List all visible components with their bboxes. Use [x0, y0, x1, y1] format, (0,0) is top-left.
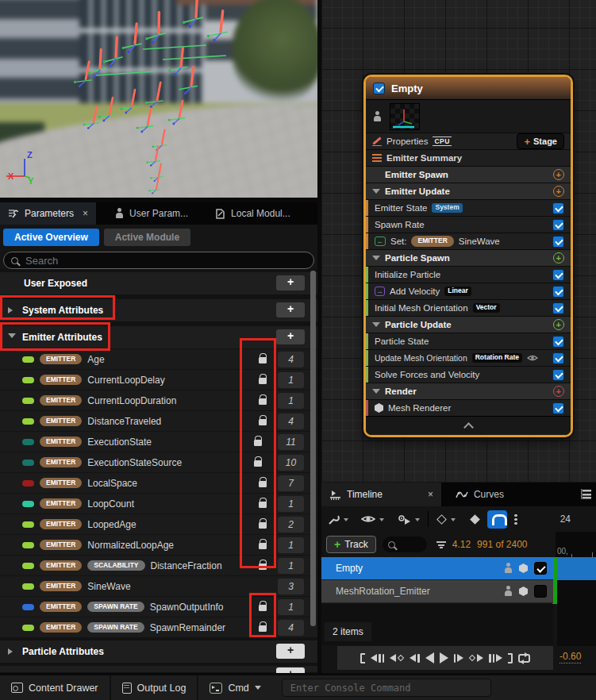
emitter-node-empty[interactable]: Empty Properties CPU Stage: [363, 75, 573, 437]
group-emitter-spawn[interactable]: Emitter Spawn: [366, 166, 571, 183]
parameter-row[interactable]: EMITTER SineWave 3: [0, 575, 317, 596]
parameter-row[interactable]: EMITTER LocalSpace 7: [0, 472, 317, 493]
content-drawer-button[interactable]: Content Drawer: [0, 675, 111, 700]
emitter-enabled-checkbox[interactable]: [373, 83, 385, 94]
timeline-ruler[interactable]: 00,: [556, 532, 596, 557]
module-emitter-state[interactable]: Emitter State System: [366, 199, 571, 216]
parameter-row[interactable]: EMITTER Age 4: [0, 348, 317, 369]
module-mesh-renderer[interactable]: Mesh Renderer: [366, 399, 571, 416]
goto-end-icon[interactable]: [508, 653, 513, 663]
parameter-row[interactable]: EMITTER SPAWN RATE SpawnRemainder 4: [0, 617, 317, 637]
collapse-stack-button[interactable]: [366, 416, 571, 435]
module-enabled-checkbox[interactable]: [552, 286, 564, 298]
step-back-icon[interactable]: [371, 654, 384, 663]
person-icon[interactable]: [504, 563, 513, 574]
module-initial-mesh-orientation[interactable]: Initial Mesh Orientation Vector: [366, 299, 571, 316]
add-parameter-button[interactable]: [276, 644, 305, 659]
chevron-right-icon[interactable]: [8, 648, 16, 655]
module-spawn-rate[interactable]: Spawn Rate: [366, 216, 571, 233]
parameter-row[interactable]: EMITTER ExecutionState 11: [0, 431, 317, 452]
console-command-input[interactable]: [289, 682, 484, 694]
wrench-icon[interactable]: [328, 513, 340, 525]
chevron-down-icon[interactable]: [379, 518, 384, 524]
group-render[interactable]: Render: [366, 383, 571, 399]
filter-icon[interactable]: [436, 540, 446, 548]
tab-curves[interactable]: Curves: [448, 483, 512, 506]
properties-row[interactable]: Properties CPU Stage: [366, 133, 571, 149]
previous-key-icon[interactable]: [390, 654, 404, 662]
frame-rate-label[interactable]: 24: [560, 513, 571, 525]
tab-user-parameters[interactable]: User Param...: [107, 202, 196, 225]
snap-magnet-button[interactable]: [487, 510, 507, 529]
parameter-row[interactable]: EMITTER ExecutionStateSource 10: [0, 452, 317, 472]
eye-icon[interactable]: [361, 514, 375, 524]
track-row-meshrotation[interactable]: MeshRotation_Emitter: [321, 580, 553, 603]
next-key-icon[interactable]: [469, 654, 483, 662]
parameter-row[interactable]: EMITTER SPAWN RATE SpawnOutputInfo 1: [0, 596, 317, 617]
module-solve-forces[interactable]: Solve Forces and Velocity: [366, 366, 571, 383]
parameter-row[interactable]: EMITTER DistanceTraveled 4: [0, 410, 317, 431]
chevron-down-icon[interactable]: [451, 518, 456, 524]
play-icon[interactable]: [440, 652, 448, 663]
add-key-icon[interactable]: [470, 514, 480, 525]
add-track-button[interactable]: Track: [326, 536, 376, 553]
play-reverse-icon[interactable]: [425, 652, 434, 663]
parameter-row[interactable]: EMITTER LoopCount 1: [0, 493, 317, 513]
emitter-thumbnail[interactable]: [390, 103, 420, 130]
section-user-exposed[interactable]: User Exposed: [0, 272, 317, 294]
person-icon[interactable]: [504, 586, 513, 597]
active-overview-button[interactable]: Active Overview: [3, 229, 99, 246]
emitter-node-header[interactable]: Empty: [366, 77, 571, 99]
chevron-down-icon[interactable]: [344, 518, 348, 524]
module-enabled-checkbox[interactable]: [552, 219, 564, 231]
loop-icon[interactable]: [518, 654, 530, 663]
module-enabled-checkbox[interactable]: [552, 202, 564, 214]
module-enabled-checkbox[interactable]: [552, 302, 564, 314]
chevron-down-icon[interactable]: [8, 333, 16, 342]
chevron-down-icon[interactable]: [415, 518, 420, 524]
add-module-icon[interactable]: [553, 169, 564, 180]
preview-viewport[interactable]: X Z Y: [0, 0, 317, 202]
sequencer-icon[interactable]: [581, 489, 591, 499]
add-stage-button[interactable]: Stage: [517, 133, 564, 149]
module-enabled-checkbox[interactable]: [552, 402, 564, 414]
module-initialize-particle[interactable]: Initialize Particle: [366, 266, 571, 283]
module-particle-state[interactable]: Particle State: [366, 333, 571, 349]
visibility-eye-icon[interactable]: [527, 354, 538, 362]
module-update-mesh-orientation[interactable]: Update Mesh Orientation Rotation Rate: [366, 349, 571, 366]
playback-options-icon[interactable]: [397, 513, 411, 525]
close-icon[interactable]: [83, 208, 88, 219]
console-command-box[interactable]: [282, 679, 491, 697]
tab-parameters[interactable]: Parameters: [0, 202, 96, 225]
track-row-empty[interactable]: Empty: [321, 557, 553, 580]
cmd-selector[interactable]: Cmd: [198, 675, 271, 700]
section-system-attributes[interactable]: System Attributes: [0, 299, 317, 321]
search-input[interactable]: [24, 254, 306, 267]
goto-front-icon[interactable]: [360, 653, 365, 663]
section-particle-attributes[interactable]: Particle Attributes: [0, 640, 317, 663]
module-enabled-checkbox[interactable]: [552, 236, 564, 248]
chevron-down-icon[interactable]: [372, 389, 380, 398]
parameter-row[interactable]: EMITTER NormalizedLoopAge 1: [0, 534, 317, 555]
output-log-button[interactable]: Output Log: [111, 675, 199, 700]
add-parameter-button[interactable]: [276, 329, 305, 344]
add-renderer-icon[interactable]: [553, 386, 564, 397]
chevron-right-icon[interactable]: [8, 307, 16, 313]
track-enabled-checkbox[interactable]: [534, 585, 547, 598]
add-parameter-button[interactable]: [276, 667, 305, 673]
tab-local-modules[interactable]: Local Modul...: [207, 202, 298, 225]
parameter-row[interactable]: EMITTER CurrentLoopDuration 1: [0, 390, 317, 410]
add-parameter-button[interactable]: [276, 302, 305, 317]
chevron-down-icon[interactable]: [372, 189, 380, 198]
scrollbar-thumb[interactable]: [310, 271, 316, 626]
group-particle-update[interactable]: Particle Update: [366, 316, 571, 333]
emitter-summary-row[interactable]: Emitter Summary: [366, 149, 571, 166]
active-module-button[interactable]: Active Module: [104, 229, 190, 246]
tab-timeline[interactable]: Timeline: [321, 483, 441, 506]
system-overview-graph[interactable]: Empty Properties CPU Stage: [321, 0, 596, 483]
more-options-icon[interactable]: [514, 513, 517, 525]
parameters-search-box[interactable]: [3, 252, 314, 269]
section-emitter-attributes[interactable]: Emitter Attributes: [0, 326, 317, 348]
current-time-value[interactable]: 4.12: [452, 539, 471, 550]
step-forward-icon[interactable]: [489, 654, 502, 663]
